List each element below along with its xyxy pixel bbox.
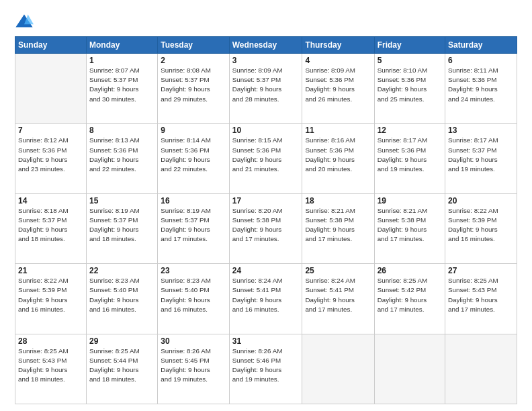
day-info: Sunrise: 8:12 AMSunset: 5:36 PMDaylight:… <box>18 136 83 174</box>
calendar-cell: 25Sunrise: 8:24 AMSunset: 5:41 PMDayligh… <box>302 264 374 334</box>
day-info: Sunrise: 8:09 AMSunset: 5:37 PMDaylight:… <box>232 66 300 104</box>
day-number: 1 <box>89 56 154 65</box>
calendar-cell: 21Sunrise: 8:22 AMSunset: 5:39 PMDayligh… <box>15 264 87 334</box>
calendar-cell: 22Sunrise: 8:23 AMSunset: 5:40 PMDayligh… <box>87 264 158 334</box>
week-row-5: 28Sunrise: 8:25 AMSunset: 5:43 PMDayligh… <box>15 334 517 404</box>
day-number: 4 <box>305 56 371 65</box>
day-number: 7 <box>18 126 83 135</box>
day-number: 3 <box>232 56 300 65</box>
day-info: Sunrise: 8:20 AMSunset: 5:38 PMDaylight:… <box>232 206 300 244</box>
calendar-cell: 30Sunrise: 8:26 AMSunset: 5:45 PMDayligh… <box>158 334 230 404</box>
day-number: 12 <box>378 126 442 135</box>
day-number: 14 <box>18 196 83 205</box>
day-info: Sunrise: 8:23 AMSunset: 5:40 PMDaylight:… <box>161 276 226 314</box>
calendar-cell: 16Sunrise: 8:19 AMSunset: 5:37 PMDayligh… <box>158 193 230 263</box>
day-number: 6 <box>448 56 514 65</box>
calendar-cell: 29Sunrise: 8:25 AMSunset: 5:44 PMDayligh… <box>87 334 158 404</box>
day-number: 23 <box>161 266 226 275</box>
day-number: 19 <box>378 196 442 205</box>
calendar-cell: 6Sunrise: 8:11 AMSunset: 5:36 PMDaylight… <box>445 54 517 124</box>
calendar-cell: 3Sunrise: 8:09 AMSunset: 5:37 PMDaylight… <box>229 54 302 124</box>
calendar-cell: 27Sunrise: 8:25 AMSunset: 5:43 PMDayligh… <box>445 264 517 334</box>
calendar-header-wednesday: Wednesday <box>229 37 302 54</box>
calendar-header-row: SundayMondayTuesdayWednesdayThursdayFrid… <box>15 37 517 54</box>
calendar-cell: 9Sunrise: 8:14 AMSunset: 5:36 PMDaylight… <box>158 124 230 193</box>
calendar-cell: 31Sunrise: 8:26 AMSunset: 5:46 PMDayligh… <box>229 334 302 404</box>
day-info: Sunrise: 8:11 AMSunset: 5:36 PMDaylight:… <box>448 66 514 104</box>
day-number: 31 <box>232 336 300 346</box>
day-number: 27 <box>448 266 514 275</box>
day-info: Sunrise: 8:23 AMSunset: 5:40 PMDaylight:… <box>89 276 154 314</box>
day-number: 10 <box>232 126 300 135</box>
calendar-cell: 15Sunrise: 8:19 AMSunset: 5:37 PMDayligh… <box>87 193 158 263</box>
day-number: 16 <box>161 196 226 205</box>
day-info: Sunrise: 8:08 AMSunset: 5:37 PMDaylight:… <box>161 66 226 104</box>
calendar-cell: 26Sunrise: 8:25 AMSunset: 5:42 PMDayligh… <box>374 264 445 334</box>
day-info: Sunrise: 8:14 AMSunset: 5:36 PMDaylight:… <box>161 136 226 174</box>
day-info: Sunrise: 8:16 AMSunset: 5:36 PMDaylight:… <box>305 136 371 174</box>
day-info: Sunrise: 8:18 AMSunset: 5:37 PMDaylight:… <box>18 206 83 244</box>
calendar-cell: 13Sunrise: 8:17 AMSunset: 5:37 PMDayligh… <box>445 124 517 193</box>
calendar-cell: 17Sunrise: 8:20 AMSunset: 5:38 PMDayligh… <box>229 193 302 263</box>
calendar-table: SundayMondayTuesdayWednesdayThursdayFrid… <box>15 36 517 404</box>
calendar-cell: 2Sunrise: 8:08 AMSunset: 5:37 PMDaylight… <box>158 54 230 124</box>
calendar-header-thursday: Thursday <box>302 37 374 54</box>
day-info: Sunrise: 8:21 AMSunset: 5:38 PMDaylight:… <box>305 206 371 244</box>
calendar-cell: 14Sunrise: 8:18 AMSunset: 5:37 PMDayligh… <box>15 193 87 263</box>
day-number: 8 <box>89 126 154 135</box>
calendar-cell: 23Sunrise: 8:23 AMSunset: 5:40 PMDayligh… <box>158 264 230 334</box>
week-row-2: 7Sunrise: 8:12 AMSunset: 5:36 PMDaylight… <box>15 124 517 193</box>
day-info: Sunrise: 8:09 AMSunset: 5:36 PMDaylight:… <box>305 66 371 104</box>
day-info: Sunrise: 8:24 AMSunset: 5:41 PMDaylight:… <box>232 276 300 314</box>
week-row-4: 21Sunrise: 8:22 AMSunset: 5:39 PMDayligh… <box>15 264 517 334</box>
day-info: Sunrise: 8:25 AMSunset: 5:43 PMDaylight:… <box>18 347 83 385</box>
calendar-cell <box>374 334 445 404</box>
calendar-cell: 1Sunrise: 8:07 AMSunset: 5:37 PMDaylight… <box>87 54 158 124</box>
day-info: Sunrise: 8:19 AMSunset: 5:37 PMDaylight:… <box>161 206 226 244</box>
day-number: 26 <box>378 266 442 275</box>
calendar-cell: 24Sunrise: 8:24 AMSunset: 5:41 PMDayligh… <box>229 264 302 334</box>
day-info: Sunrise: 8:17 AMSunset: 5:36 PMDaylight:… <box>378 136 442 174</box>
calendar-header-saturday: Saturday <box>445 37 517 54</box>
calendar-cell <box>445 334 517 404</box>
day-info: Sunrise: 8:26 AMSunset: 5:46 PMDaylight:… <box>232 347 300 385</box>
calendar-cell: 12Sunrise: 8:17 AMSunset: 5:36 PMDayligh… <box>374 124 445 193</box>
calendar-header-tuesday: Tuesday <box>158 37 230 54</box>
calendar-cell: 4Sunrise: 8:09 AMSunset: 5:36 PMDaylight… <box>302 54 374 124</box>
day-number: 9 <box>161 126 226 135</box>
day-number: 25 <box>305 266 371 275</box>
day-number: 30 <box>161 336 226 346</box>
calendar-header-sunday: Sunday <box>15 37 87 54</box>
day-info: Sunrise: 8:15 AMSunset: 5:36 PMDaylight:… <box>232 136 300 174</box>
day-info: Sunrise: 8:17 AMSunset: 5:37 PMDaylight:… <box>448 136 514 174</box>
calendar-cell: 19Sunrise: 8:21 AMSunset: 5:38 PMDayligh… <box>374 193 445 263</box>
day-number: 2 <box>161 56 226 65</box>
day-number: 15 <box>89 196 154 205</box>
day-number: 21 <box>18 266 83 275</box>
calendar-header-monday: Monday <box>87 37 158 54</box>
logo-icon <box>15 12 34 31</box>
page: SundayMondayTuesdayWednesdayThursdayFrid… <box>0 0 532 411</box>
calendar-cell <box>302 334 374 404</box>
calendar-cell: 11Sunrise: 8:16 AMSunset: 5:36 PMDayligh… <box>302 124 374 193</box>
day-info: Sunrise: 8:26 AMSunset: 5:45 PMDaylight:… <box>161 347 226 385</box>
day-number: 28 <box>18 336 83 346</box>
calendar-cell: 10Sunrise: 8:15 AMSunset: 5:36 PMDayligh… <box>229 124 302 193</box>
week-row-1: 1Sunrise: 8:07 AMSunset: 5:37 PMDaylight… <box>15 54 517 124</box>
day-number: 20 <box>448 196 514 205</box>
calendar-cell: 7Sunrise: 8:12 AMSunset: 5:36 PMDaylight… <box>15 124 87 193</box>
day-info: Sunrise: 8:25 AMSunset: 5:43 PMDaylight:… <box>448 276 514 314</box>
day-number: 29 <box>89 336 154 346</box>
week-row-3: 14Sunrise: 8:18 AMSunset: 5:37 PMDayligh… <box>15 193 517 263</box>
day-number: 18 <box>305 196 371 205</box>
logo <box>15 12 36 31</box>
day-number: 11 <box>305 126 371 135</box>
day-info: Sunrise: 8:13 AMSunset: 5:36 PMDaylight:… <box>89 136 154 174</box>
calendar-cell: 18Sunrise: 8:21 AMSunset: 5:38 PMDayligh… <box>302 193 374 263</box>
day-number: 5 <box>378 56 442 65</box>
day-info: Sunrise: 8:19 AMSunset: 5:37 PMDaylight:… <box>89 206 154 244</box>
day-number: 17 <box>232 196 300 205</box>
day-info: Sunrise: 8:07 AMSunset: 5:37 PMDaylight:… <box>89 66 154 104</box>
day-info: Sunrise: 8:25 AMSunset: 5:44 PMDaylight:… <box>89 347 154 385</box>
day-info: Sunrise: 8:22 AMSunset: 5:39 PMDaylight:… <box>448 206 514 244</box>
